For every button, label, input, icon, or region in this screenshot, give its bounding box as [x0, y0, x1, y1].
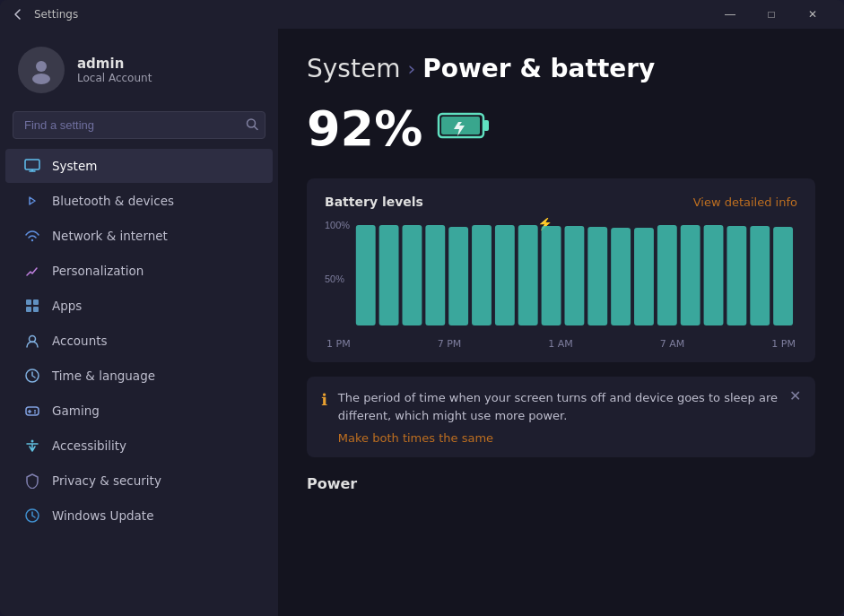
sidebar-item-personalization[interactable]: Personalization	[5, 254, 273, 288]
sidebar-item-label-personalization: Personalization	[52, 264, 144, 278]
svg-rect-35	[542, 226, 561, 325]
battery-display: 92%	[307, 105, 815, 153]
user-info: admin Local Account	[77, 56, 152, 84]
alert-icon: ℹ	[321, 390, 327, 409]
svg-rect-22	[483, 120, 489, 131]
alert-box: ℹ The period of time when your screen tu…	[307, 377, 815, 457]
breadcrumb: System › Power & battery	[307, 54, 815, 83]
svg-rect-9	[33, 299, 39, 305]
svg-rect-36	[564, 226, 584, 325]
svg-rect-28	[379, 225, 399, 325]
svg-rect-31	[448, 227, 468, 325]
alert-content: The period of time when your screen turn…	[338, 389, 779, 445]
chart-label-1am: 1 AM	[548, 338, 573, 350]
svg-rect-42	[704, 225, 724, 325]
svg-point-19	[31, 440, 34, 443]
chart-label-7am: 7 AM	[660, 338, 685, 350]
svg-rect-32	[472, 225, 492, 325]
svg-rect-10	[26, 307, 31, 312]
user-section[interactable]: admin Local Account	[0, 29, 278, 108]
sidebar-item-system[interactable]: System	[5, 149, 273, 183]
svg-rect-4	[25, 160, 39, 169]
sidebar-item-label-bluetooth: Bluetooth & devices	[52, 194, 174, 208]
svg-rect-41	[681, 225, 700, 325]
battery-icon	[437, 109, 491, 149]
user-name: admin	[77, 56, 152, 72]
svg-rect-27	[356, 225, 376, 325]
svg-rect-37	[587, 227, 607, 325]
sidebar-item-label-apps: Apps	[52, 299, 82, 313]
sidebar: admin Local Account	[0, 29, 278, 616]
svg-rect-8	[26, 299, 31, 305]
maximize-button[interactable]: □	[751, 0, 792, 29]
svg-point-1	[32, 74, 50, 84]
apps-icon	[23, 297, 41, 315]
back-icon[interactable]	[11, 7, 25, 22]
sidebar-item-gaming[interactable]: Gaming	[5, 394, 273, 428]
chart-label-1pm-start: 1 PM	[326, 338, 351, 350]
chart-label-1pm-end: 1 PM	[771, 338, 796, 350]
close-button[interactable]: ✕	[792, 0, 833, 29]
sidebar-item-label-windows-update: Windows Update	[52, 508, 153, 523]
time-icon	[23, 367, 41, 385]
sidebar-item-apps[interactable]: Apps	[5, 289, 273, 323]
svg-point-7	[31, 239, 33, 241]
power-section-title: Power	[307, 475, 815, 492]
svg-text:50%: 50%	[325, 273, 344, 284]
accessibility-icon	[23, 437, 41, 455]
chart-x-labels: 1 PM 7 PM 1 AM 7 AM 1 PM	[325, 338, 797, 350]
svg-rect-11	[33, 307, 39, 312]
window-controls: — □ ✕	[709, 0, 833, 29]
sidebar-item-label-system: System	[52, 159, 97, 173]
breadcrumb-separator: ›	[407, 57, 415, 80]
sidebar-item-label-network: Network & internet	[52, 229, 168, 243]
sidebar-item-network[interactable]: Network & internet	[5, 219, 273, 253]
svg-rect-45	[773, 227, 793, 325]
breadcrumb-parent: System	[307, 54, 400, 83]
svg-rect-38	[611, 228, 631, 325]
sidebar-item-label-privacy: Privacy & security	[52, 473, 161, 488]
bluetooth-icon	[23, 192, 41, 210]
search-button[interactable]	[246, 117, 258, 133]
sidebar-item-time[interactable]: Time & language	[5, 359, 273, 393]
sidebar-item-windows-update[interactable]: Windows Update	[5, 499, 273, 533]
alert-close-button[interactable]: ✕	[789, 389, 801, 403]
battery-percent: 92%	[307, 105, 422, 153]
alert-action-link[interactable]: Make both times the same	[338, 431, 779, 445]
window-title: Settings	[34, 8, 78, 21]
sidebar-item-label-time: Time & language	[52, 369, 155, 383]
svg-rect-43	[727, 226, 746, 325]
svg-rect-33	[495, 225, 515, 325]
view-detailed-info-link[interactable]: View detailed info	[693, 195, 797, 209]
chart-title: Battery levels	[325, 195, 423, 209]
svg-text:100%: 100%	[325, 220, 350, 230]
svg-rect-30	[425, 225, 445, 325]
network-icon	[23, 227, 41, 245]
nav-list: System Bluetooth & devices	[0, 148, 278, 534]
sidebar-item-privacy[interactable]: Privacy & security	[5, 464, 273, 498]
svg-rect-39	[634, 228, 654, 325]
svg-line-3	[255, 126, 258, 130]
alert-message: The period of time when your screen turn…	[338, 389, 779, 424]
svg-point-18	[34, 412, 36, 414]
privacy-icon	[23, 472, 41, 490]
chart-area: 100% 50% ⚡	[325, 218, 797, 334]
minimize-button[interactable]: —	[709, 0, 751, 29]
system-icon	[23, 157, 41, 175]
main-panel: System › Power & battery 92%	[278, 29, 844, 616]
user-type: Local Account	[77, 72, 152, 84]
search-input[interactable]	[13, 111, 265, 139]
personalization-icon	[23, 262, 41, 280]
sidebar-item-accessibility[interactable]: Accessibility	[5, 429, 273, 463]
sidebar-item-label-accounts: Accounts	[52, 334, 108, 348]
gaming-icon	[23, 402, 41, 420]
sidebar-item-accounts[interactable]: Accounts	[5, 324, 273, 358]
sidebar-item-bluetooth[interactable]: Bluetooth & devices	[5, 184, 273, 218]
svg-rect-34	[518, 225, 538, 325]
titlebar-left: Settings	[11, 7, 78, 22]
titlebar: Settings — □ ✕	[0, 0, 844, 29]
sidebar-item-label-gaming: Gaming	[52, 403, 100, 418]
sidebar-item-label-accessibility: Accessibility	[52, 438, 126, 453]
battery-chart: 100% 50% ⚡	[325, 218, 797, 334]
accounts-icon	[23, 332, 41, 350]
